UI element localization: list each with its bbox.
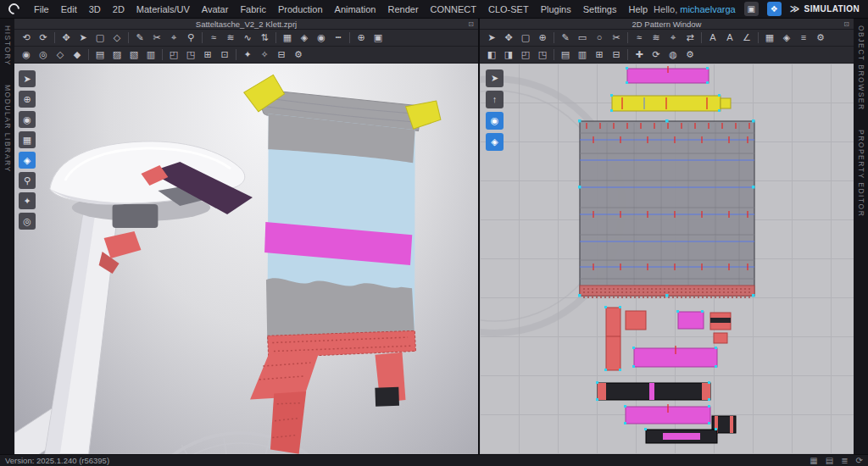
print-layout-icon[interactable]: ◈ [778,31,795,46]
pin-icon[interactable]: ⚲ [182,31,199,46]
pattern-piece-webbing-2[interactable] [644,428,717,443]
pattern-info-icon[interactable]: ◉ [486,112,504,130]
show-baseline-icon[interactable]: ◳ [534,47,551,63]
transform-pattern-icon[interactable]: ➤ [483,31,500,46]
3d-canvas[interactable]: ➤⊕◉▦◈⚲✦◎ [14,64,478,454]
options-2d-icon[interactable]: ⚙ [682,47,698,63]
sync-garment-icon[interactable]: ◈ [486,133,504,151]
grid-toggle-icon[interactable]: ⊟ [273,47,290,63]
collapse-window-icon[interactable]: ⊡ [468,20,474,28]
menu-2d[interactable]: 2D [107,4,131,14]
list-view-icon[interactable]: ≣ [841,457,848,465]
camera-front-icon[interactable]: ◰ [165,47,182,63]
segment-sew-icon[interactable]: ≈ [205,31,222,46]
refresh-2d-icon[interactable]: ⟳ [648,47,665,63]
elastic-icon[interactable]: ∿ [239,31,256,46]
topstitch-icon[interactable]: ┅ [330,31,347,46]
shadow-icon[interactable]: ✧ [256,47,273,63]
colorway-icon[interactable]: ◍ [665,47,682,63]
annotation-tool-icon[interactable]: A [721,31,738,46]
menu-help[interactable]: Help [622,4,654,14]
username-link[interactable]: michaelvarga [680,4,735,14]
measure-tape-icon[interactable]: ⌖ [165,31,182,46]
fabric-texture-icon[interactable]: ▦ [279,31,296,46]
show-seams-icon[interactable]: ◇ [52,47,69,63]
3d-window-titlebar[interactable]: Satteltasche_V2_2 Klett.zprj ⊡ [14,19,478,30]
panel-tab-modular-library[interactable]: MODULAR LIBRARY [3,85,12,173]
select-arrow-icon[interactable]: ➤ [75,31,92,46]
pattern-piece-accent-small[interactable] [676,310,704,329]
select-lasso-icon[interactable]: ◇ [108,31,125,46]
edit-curve-icon[interactable]: ▢ [517,31,534,46]
pattern-piece-handle[interactable] [626,66,709,84]
pattern-piece-accent-strip[interactable] [632,346,717,368]
pattern-piece-side-strap[interactable] [604,306,621,371]
pattern-piece-webbing-1[interactable] [596,381,710,401]
panel-tab-property-editor[interactable]: PROPERTY EDITOR [857,130,865,217]
select-2d-icon[interactable]: ➤ [486,69,504,87]
menu-settings[interactable]: Settings [577,4,623,14]
segment-sew-2d-icon[interactable]: ≈ [631,31,648,46]
pattern-orient-icon[interactable]: ↑ [486,91,504,108]
grid-view-icon[interactable]: ▦ [810,457,817,465]
bag-strap-ribbon[interactable] [248,349,320,454]
simulation-toggle[interactable]: ≫ SIMULATION [790,3,860,14]
angle-tool-icon[interactable]: ∠ [738,31,755,46]
button-icon[interactable]: ◉ [313,31,330,46]
zipper-icon[interactable]: ⇅ [256,31,273,46]
pattern-piece-roll-strap[interactable] [610,94,731,112]
add-point-icon[interactable]: ⊕ [534,31,551,46]
capture-icon[interactable]: ▣ [744,2,759,16]
show-garment-icon[interactable]: ◎ [35,47,52,63]
free-sew-icon[interactable]: ≋ [222,31,239,46]
closet-avatar-icon[interactable]: ❖ [767,2,782,16]
menu-animation[interactable]: Animation [329,4,382,14]
trace-tool-icon[interactable]: ✂ [608,31,625,46]
layout-columns-icon[interactable]: ▤ [826,457,833,465]
grid-2d-icon[interactable]: ⊞ [591,47,608,63]
add-pattern-icon[interactable]: ✚ [631,47,648,63]
menu-edit[interactable]: Edit [55,4,83,14]
avatar-display-icon[interactable]: ◉ [19,111,36,128]
render-mode-icon[interactable]: ◎ [19,213,36,230]
surface-strain-icon[interactable]: ▥ [142,47,159,63]
surface-mesh-icon[interactable]: ▨ [108,47,125,63]
settings-2d-icon[interactable]: ⚙ [812,31,829,46]
surface-shaded-icon[interactable]: ▤ [92,47,108,63]
rectangle-tool-icon[interactable]: ▭ [574,31,591,46]
gizmo-icon[interactable]: ⊕ [353,31,370,46]
light-icon[interactable]: ✦ [239,47,256,63]
mesh-2d-icon[interactable]: ▤ [557,47,574,63]
camera-fit-icon[interactable]: ⊞ [199,47,216,63]
show-seamline-icon[interactable]: ◨ [500,47,517,63]
undo-icon[interactable]: ⟲ [18,31,35,46]
camera-reset-icon[interactable]: ⊡ [216,47,233,63]
pattern-piece-main-body[interactable] [578,119,755,297]
circle-tool-icon[interactable]: ○ [591,31,608,46]
view-select-icon[interactable]: ➤ [19,70,36,87]
panel-tab-object-browser[interactable]: OBJECT BROWSER [857,25,865,111]
edit-pattern-icon[interactable]: ✥ [500,31,517,46]
scene-light-icon[interactable]: ✦ [19,192,36,209]
trim-icon[interactable]: ◈ [296,31,313,46]
pattern-piece-velcro-tab[interactable] [626,311,646,330]
menu-file[interactable]: File [28,4,55,14]
symmetric-paste-icon[interactable]: ⇄ [682,31,698,46]
layout-grid-icon[interactable]: ≡ [795,31,812,46]
surface-thickness-icon[interactable]: ▧ [125,47,142,63]
menu-3d[interactable]: 3D [83,4,107,14]
scissors-icon[interactable]: ✂ [148,31,165,46]
show-pins-icon[interactable]: ◆ [69,47,86,63]
panel-tab-history[interactable]: HISTORY [3,25,12,66]
collapse-window-icon[interactable]: ⊡ [843,20,849,28]
select-box-icon[interactable]: ▢ [92,31,108,46]
pen-3d-icon[interactable]: ✎ [131,31,148,46]
garment-display-icon[interactable]: ◈ [19,152,36,169]
menu-fabric[interactable]: Fabric [234,4,272,14]
text-tool-icon[interactable]: A [704,31,721,46]
strain-2d-icon[interactable]: ▥ [574,47,591,63]
menu-production[interactable]: Production [272,4,329,14]
free-sew-2d-icon[interactable]: ≋ [648,31,665,46]
2d-window-titlebar[interactable]: 2D Pattern Window ⊡ [480,19,854,30]
clo-logo-icon[interactable] [6,1,21,16]
